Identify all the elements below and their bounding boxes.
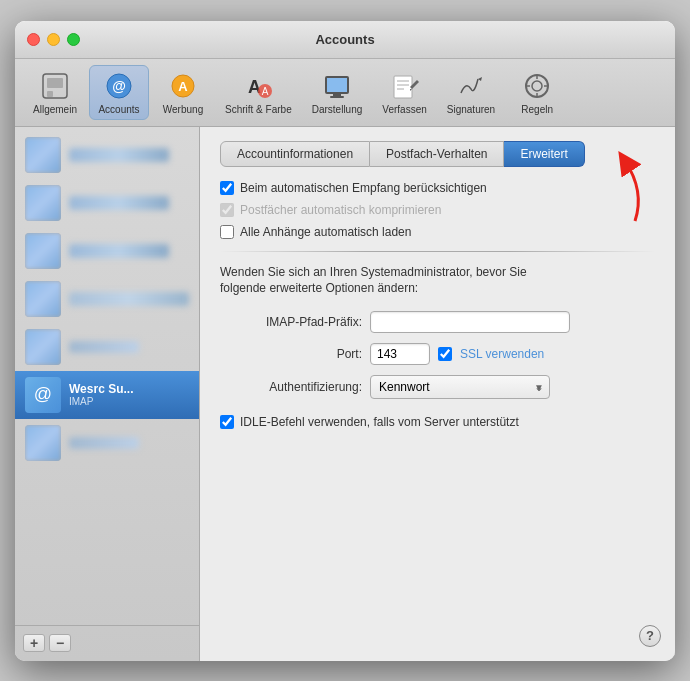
port-label: Port: — [220, 347, 370, 361]
auth-select-wrapper: Kennwort MD5 NTLM Kerberos ▼ — [370, 375, 550, 399]
sidebar-item-4[interactable] — [15, 275, 199, 323]
auth-label: Authentifizierung: — [220, 380, 370, 394]
toolbar-item-verfassen[interactable]: Verfassen — [374, 66, 434, 119]
ssl-checkbox[interactable] — [438, 347, 452, 361]
sidebar-avatar-selected: @ — [25, 377, 61, 413]
sidebar-list: @ Wesrc Su... IMAP — [15, 127, 199, 625]
sidebar-item-selected-sublabel: IMAP — [69, 396, 133, 407]
sidebar-footer: + − — [15, 625, 199, 661]
sidebar-item-label-3 — [69, 244, 169, 258]
form-row-port: Port: SSL verwenden — [220, 343, 655, 365]
verfassen-icon — [389, 70, 421, 102]
tab-erweitert[interactable]: Erweitert — [504, 141, 584, 167]
signaturen-icon — [455, 70, 487, 102]
toolbar-label-darstellung: Darstellung — [312, 104, 363, 115]
separator — [220, 251, 655, 252]
svg-text:A: A — [178, 79, 188, 94]
sidebar-item-5[interactable] — [15, 323, 199, 371]
checkbox-komprimieren-label: Postfächer automatisch komprimieren — [240, 203, 441, 217]
ssl-label: SSL verwenden — [460, 347, 544, 361]
main-content: @ Wesrc Su... IMAP — [15, 127, 675, 661]
tab-postfach[interactable]: Postfach-Verhalten — [370, 141, 504, 167]
admin-notice: Wenden Sie sich an Ihren Systemadministr… — [220, 264, 655, 298]
sidebar-item-label-4 — [69, 292, 189, 306]
checkbox-anhaenge[interactable] — [220, 225, 234, 239]
darstellung-icon — [321, 70, 353, 102]
title-bar: Accounts — [15, 21, 675, 59]
auth-select[interactable]: Kennwort MD5 NTLM Kerberos — [370, 375, 550, 399]
window-title: Accounts — [315, 32, 374, 47]
toolbar-item-allgemein[interactable]: Allgemein — [25, 66, 85, 119]
toolbar-label-werbung: Werbung — [163, 104, 203, 115]
toolbar-item-werbung[interactable]: A Werbung — [153, 66, 213, 119]
sidebar-avatar-4 — [25, 281, 61, 317]
schrift-icon: A A — [242, 70, 274, 102]
form-row-imap: IMAP-Pfad-Präfix: — [220, 311, 655, 333]
sidebar-item-3[interactable] — [15, 227, 199, 275]
checkbox-empfang[interactable] — [220, 181, 234, 195]
main-window: Accounts Allgemein @ Accounts — [15, 21, 675, 661]
toolbar-item-signaturen[interactable]: Signaturen — [439, 66, 503, 119]
idle-row: IDLE-Befehl verwenden, falls vom Server … — [220, 415, 655, 429]
imap-label: IMAP-Pfad-Präfix: — [220, 315, 370, 329]
sidebar-item-6[interactable] — [15, 419, 199, 467]
sidebar-item-selected[interactable]: @ Wesrc Su... IMAP — [15, 371, 199, 419]
toolbar-item-darstellung[interactable]: Darstellung — [304, 66, 371, 119]
sidebar-avatar-2 — [25, 185, 61, 221]
svg-text:A: A — [262, 86, 269, 97]
port-input[interactable] — [370, 343, 430, 365]
maximize-button[interactable] — [67, 33, 80, 46]
toolbar-item-schrift[interactable]: A A Schrift & Farbe — [217, 66, 300, 119]
tab-accountinfo[interactable]: Accountinformationen — [220, 141, 370, 167]
sidebar-avatar-1 — [25, 137, 61, 173]
toolbar-label-signaturen: Signaturen — [447, 104, 495, 115]
werbung-icon: A — [167, 70, 199, 102]
toolbar-label-allgemein: Allgemein — [33, 104, 77, 115]
imap-input[interactable] — [370, 311, 570, 333]
form-row-auth: Authentifizierung: Kennwort MD5 NTLM Ker… — [220, 375, 655, 399]
toolbar: Allgemein @ Accounts A Werbung — [15, 59, 675, 127]
svg-rect-14 — [394, 76, 412, 98]
add-account-button[interactable]: + — [23, 634, 45, 652]
idle-checkbox[interactable] — [220, 415, 234, 429]
sidebar-avatar-3 — [25, 233, 61, 269]
checkbox-empfang-label: Beim automatischen Empfang berücksichtig… — [240, 181, 487, 195]
ssl-row: SSL verwenden — [370, 343, 544, 365]
checkbox-row-3: Alle Anhänge automatisch laden — [220, 225, 655, 239]
checkbox-komprimieren[interactable] — [220, 203, 234, 217]
window-controls — [27, 33, 80, 46]
checkbox-row-1: Beim automatischen Empfang berücksichtig… — [220, 181, 655, 195]
svg-rect-2 — [47, 91, 53, 97]
svg-text:@: @ — [112, 78, 126, 94]
svg-point-19 — [532, 81, 542, 91]
sidebar-item-label-6 — [69, 437, 139, 449]
sidebar-avatar-6 — [25, 425, 61, 461]
svg-rect-12 — [333, 94, 341, 96]
toolbar-item-regeln[interactable]: Regeln — [507, 66, 567, 119]
svg-rect-13 — [330, 96, 344, 98]
close-button[interactable] — [27, 33, 40, 46]
sidebar-avatar-5 — [25, 329, 61, 365]
sidebar-item-label-5 — [69, 341, 139, 353]
sidebar-item-1[interactable] — [15, 131, 199, 179]
content-area: Beim automatischen Empfang berücksichtig… — [220, 181, 655, 647]
sidebar-item-2[interactable] — [15, 179, 199, 227]
admin-notice-text: Wenden Sie sich an Ihren Systemadministr… — [220, 265, 527, 296]
sidebar-item-label-2 — [69, 196, 169, 210]
toolbar-label-verfassen: Verfassen — [382, 104, 426, 115]
accounts-icon: @ — [103, 70, 135, 102]
tabs: Accountinformationen Postfach-Verhalten … — [220, 141, 655, 167]
toolbar-label-accounts: Accounts — [98, 104, 139, 115]
sidebar-item-label-1 — [69, 148, 169, 162]
toolbar-item-accounts[interactable]: @ Accounts — [89, 65, 149, 120]
sidebar: @ Wesrc Su... IMAP — [15, 127, 200, 661]
svg-rect-1 — [47, 78, 63, 88]
minimize-button[interactable] — [47, 33, 60, 46]
help-button[interactable]: ? — [639, 625, 661, 647]
regeln-icon — [521, 70, 553, 102]
allgemein-icon — [39, 70, 71, 102]
right-panel: Accountinformationen Postfach-Verhalten … — [200, 127, 675, 661]
remove-account-button[interactable]: − — [49, 634, 71, 652]
checkbox-anhaenge-label: Alle Anhänge automatisch laden — [240, 225, 411, 239]
svg-rect-11 — [327, 78, 347, 92]
